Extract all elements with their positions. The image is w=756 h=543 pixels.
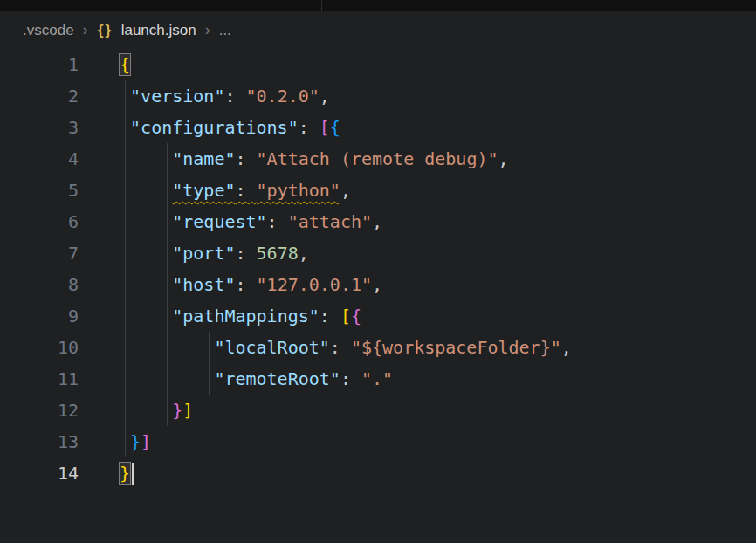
indent-guide [167, 143, 168, 426]
token [120, 148, 172, 169]
token [120, 180, 172, 201]
token: ] [141, 431, 151, 452]
token: "configurations" [130, 117, 299, 138]
token [120, 211, 172, 232]
token: , [320, 86, 330, 107]
line-number[interactable]: 13 [0, 426, 79, 457]
breadcrumb-folder[interactable]: .vscode [23, 22, 74, 39]
token: "0.2.0" [246, 86, 320, 107]
token: "version" [130, 86, 224, 107]
code-text: "remoteRoot": "." [120, 363, 393, 395]
code-line[interactable]: 14} [0, 457, 756, 489]
line-number[interactable]: 8 [0, 269, 79, 300]
token: "localRoot" [214, 337, 329, 358]
token: ] [182, 400, 193, 421]
code-line[interactable]: 8 "host": "127.0.0.1", [0, 269, 756, 300]
text-cursor [132, 463, 134, 485]
line-number[interactable]: 11 [0, 363, 79, 395]
code-line[interactable]: 13 }] [0, 426, 756, 457]
line-number[interactable]: 2 [0, 80, 79, 112]
token: { [120, 54, 130, 75]
token: "port" [172, 243, 235, 264]
line-number[interactable]: 1 [0, 49, 79, 80]
code-line[interactable]: 5 "type": "python", [0, 175, 756, 206]
token: "." [361, 368, 393, 389]
token: : [235, 148, 256, 169]
tab-separator [321, 0, 322, 11]
code-text: { [120, 49, 130, 80]
token: : [299, 117, 320, 138]
token: "name" [172, 148, 235, 169]
token: : [320, 306, 340, 326]
code-editor[interactable]: 1{2 "version": "0.2.0",3 "configurations… [0, 49, 756, 489]
token: } [172, 400, 182, 421]
code-text: "type": "python", [120, 175, 351, 206]
code-text: "configurations": [{ [120, 112, 340, 143]
breadcrumb-more[interactable]: ... [219, 22, 231, 39]
token: { [330, 117, 340, 138]
line-number[interactable]: 7 [0, 237, 79, 269]
token [120, 306, 172, 326]
token: } [120, 463, 130, 484]
line-number[interactable]: 10 [0, 332, 79, 363]
tab-separator [491, 0, 491, 11]
indent-guide [209, 332, 210, 395]
token: "python" [257, 180, 340, 201]
indent-guide [125, 80, 126, 457]
tab-bar-strip [0, 0, 756, 11]
code-line[interactable]: 10 "localRoot": "${workspaceFolder}", [0, 332, 756, 363]
code-line[interactable]: 3 "configurations": [{ [0, 112, 756, 143]
token: "127.0.0.1" [257, 274, 372, 295]
token: : [267, 211, 288, 232]
token: , [372, 274, 382, 295]
token: "attach" [288, 211, 372, 232]
code-text: "port": 5678, [120, 237, 309, 269]
token: : [235, 274, 256, 295]
line-number[interactable]: 9 [0, 300, 79, 332]
code-text: } [120, 457, 134, 489]
token: 5678 [257, 243, 299, 264]
code-line[interactable]: 6 "request": "attach", [0, 206, 756, 237]
line-number[interactable]: 5 [0, 175, 79, 206]
code-line[interactable]: 11 "remoteRoot": "." [0, 363, 756, 395]
token: "type" [172, 180, 235, 201]
code-text: "pathMappings": [{ [120, 300, 361, 332]
token: : [330, 337, 351, 358]
token: [ [320, 117, 330, 138]
json-braces-icon: {} [97, 23, 113, 38]
token: "Attach (remote debug)" [257, 148, 498, 169]
code-line[interactable]: 4 "name": "Attach (remote debug)", [0, 143, 756, 175]
token: : [340, 368, 361, 389]
line-number[interactable]: 4 [0, 143, 79, 175]
code-line[interactable]: 2 "version": "0.2.0", [0, 80, 756, 112]
chevron-right-icon: › [83, 22, 88, 39]
code-text: "name": "Attach (remote debug)", [120, 143, 509, 175]
code-lines: 1{2 "version": "0.2.0",3 "configurations… [0, 49, 756, 489]
line-number[interactable]: 14 [0, 457, 79, 489]
token: : [235, 180, 256, 201]
token [120, 274, 172, 295]
token: "remoteRoot" [214, 368, 340, 389]
code-line[interactable]: 12 }] [0, 395, 756, 426]
token: : [235, 243, 256, 264]
breadcrumb-file[interactable]: launch.json [121, 22, 196, 39]
breadcrumb: .vscode › {} launch.json › ... [0, 11, 756, 49]
line-number[interactable]: 6 [0, 206, 79, 237]
line-number[interactable]: 3 [0, 112, 79, 143]
code-line[interactable]: 9 "pathMappings": [{ [0, 300, 756, 332]
code-text: "request": "attach", [120, 206, 382, 237]
token: , [340, 180, 351, 201]
code-line[interactable]: 7 "port": 5678, [0, 237, 756, 269]
code-text: }] [120, 395, 193, 426]
code-text: "localRoot": "${workspaceFolder}", [120, 332, 572, 363]
token: , [498, 148, 509, 169]
token: [ [340, 306, 351, 326]
token: , [561, 337, 572, 358]
token [120, 400, 172, 421]
token: "${workspaceFolder}" [351, 337, 561, 358]
code-text: "host": "127.0.0.1", [120, 269, 382, 300]
token: , [299, 243, 309, 264]
token: } [130, 431, 141, 452]
code-line[interactable]: 1{ [0, 49, 756, 80]
line-number[interactable]: 12 [0, 395, 79, 426]
